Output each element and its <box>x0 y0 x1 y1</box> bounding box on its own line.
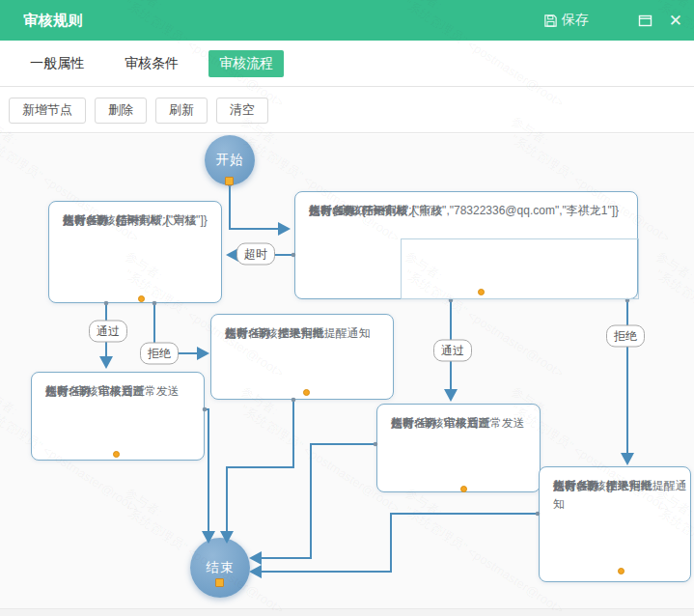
edge-arrowhead <box>278 222 291 236</box>
edge-label-review-pass[interactable]: 通过 <box>433 340 472 362</box>
flow-node-timeout-task[interactable]: 任务名称: 超时执行任务: 任一审核人审核执行参数: {"审核人":["刘猛"]… <box>48 201 222 303</box>
edge-arrowhead <box>621 453 634 465</box>
task-property-line: 超时: -1 <box>391 414 430 433</box>
edge-arrowhead <box>444 389 458 402</box>
window-titlebar: 审核规则 保存 ✕ <box>0 0 694 41</box>
flow-node-start-review[interactable]: 任务名称: 开始审核执行任务: 任一审核人审核执行参数: {"审核人":["熊政… <box>294 191 638 299</box>
node-connector-marker[interactable] <box>113 451 120 458</box>
maximize-icon <box>637 14 653 28</box>
edge-label-review-to-timeout[interactable]: 超时 <box>236 243 275 266</box>
task-property-line: 超时: -1 <box>63 211 102 230</box>
flow-toolbar: 新增节点 删除 刷新 清空 <box>0 88 694 133</box>
node-connector-marker[interactable] <box>138 295 145 302</box>
edge-arrowhead <box>249 565 262 578</box>
edge-arrowhead <box>197 347 209 360</box>
node-connector-marker[interactable] <box>618 568 625 574</box>
task-property-line: 超时: -1 <box>45 382 85 401</box>
save-icon <box>543 14 558 28</box>
maximize-button[interactable] <box>637 14 653 28</box>
flow-edge-rejectright-to-end[interactable] <box>262 514 538 572</box>
flow-edge-rejectmid-to-end[interactable] <box>227 400 293 532</box>
close-icon: ✕ <box>669 13 682 29</box>
add-node-button[interactable]: 新增节点 <box>9 98 86 124</box>
task-property-line: 判断: 审核结果判断 <box>225 324 324 343</box>
node-connector-marker[interactable] <box>215 578 224 587</box>
edge-arrowhead <box>99 356 113 369</box>
tab-review-conditions[interactable]: 审核条件 <box>114 50 189 77</box>
clear-button[interactable]: 清空 <box>216 98 268 124</box>
flow-edge-start-to-review[interactable] <box>230 184 278 229</box>
horizontal-scrollbar[interactable] <box>0 608 694 616</box>
tab-review-flow[interactable]: 审核流程 <box>208 50 284 77</box>
node-connector-marker[interactable] <box>303 389 310 396</box>
edge-label-timeout-pass[interactable]: 通过 <box>89 321 127 343</box>
refresh-button[interactable]: 刷新 <box>155 98 208 124</box>
edge-label-review-reject[interactable]: 拒绝 <box>606 325 645 348</box>
flow-node-pass-left[interactable]: 任务名称: 审核通过执行任务: 审核后正常发送判断: 审核结果判断超时: -1 <box>31 372 205 461</box>
delete-button[interactable]: 删除 <box>95 98 147 124</box>
save-button-label: 保存 <box>562 12 589 29</box>
task-property-line: 超时: 1080 <box>309 202 364 220</box>
flow-node-reject-mid[interactable]: 任务名称: 拒绝审批执行任务: 发送拒绝提醒通知超时: -1判断: 审核结果判断 <box>210 314 394 400</box>
flow-node-reject-right[interactable]: 任务名称: 拒绝审批执行任务: 发送拒绝提醒通知执行参数: {}判断: 审核结果… <box>539 466 691 582</box>
flow-canvas[interactable]: 开始结束任务名称: 超时执行任务: 任一审核人审核执行参数: {"审核人":["… <box>0 134 694 608</box>
save-button[interactable]: 保存 <box>543 12 589 29</box>
window-title: 审核规则 <box>23 12 83 30</box>
flow-node-end[interactable]: 结束 <box>190 538 250 598</box>
task-property-line: 超时: -1 <box>553 477 593 495</box>
flow-edge-passright-to-end[interactable] <box>262 444 375 558</box>
flow-node-pass-right[interactable]: 任务名称: 审核通过执行任务: 审核后正常发送判断: 审核结果判断超时: -1 <box>376 404 541 492</box>
edge-label-timeout-reject[interactable]: 拒绝 <box>140 343 179 365</box>
node-connector-marker[interactable] <box>460 486 467 492</box>
tab-bar: 一般属性 审核条件 审核流程 <box>0 41 694 87</box>
flow-edge-passleft-to-end[interactable] <box>205 409 208 532</box>
node-connector-marker[interactable] <box>478 289 485 295</box>
node-connector-marker[interactable] <box>225 177 234 185</box>
tab-general-properties[interactable]: 一般属性 <box>19 50 95 77</box>
close-button[interactable]: ✕ <box>669 13 682 29</box>
edge-arrowhead <box>249 551 262 565</box>
